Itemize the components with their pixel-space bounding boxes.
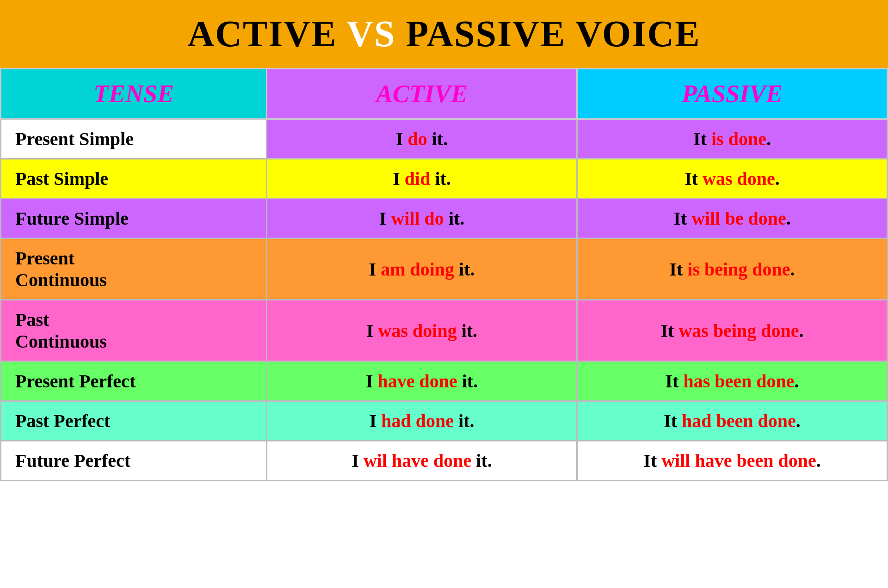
tense-cell-past-continuous: PastContinuous [1,300,267,361]
table-row-future-simple: Future SimpleI will do it.It will be don… [1,199,888,239]
active-cell-future-perfect: I wil have done it. [267,441,577,481]
passive-highlight-present-simple: is done [711,129,766,149]
tense-cell-past-simple: Past Simple [1,159,267,199]
passive-highlight-past-continuous: was being done [678,320,799,341]
active-highlight-future-perfect: wil have done [364,450,471,471]
passive-highlight-present-continuous: is being done [687,259,790,280]
title-passive: PASSIVE VOICE [395,13,700,54]
active-highlight-present-simple: do [408,129,427,149]
table-row-present-simple: Present SimpleI do it.It is done. [1,119,888,159]
header-passive: PASSIVE [577,69,888,119]
table-row-present-continuous: PresentContinuousI am doing it.It is bei… [1,239,888,300]
passive-cell-future-simple: It will be done. [577,199,888,239]
active-highlight-past-simple: did [405,168,431,189]
active-cell-past-perfect: I had done it. [267,401,577,441]
active-cell-present-continuous: I am doing it. [267,239,577,300]
passive-cell-past-simple: It was done. [577,159,888,199]
passive-highlight-past-simple: was done [703,168,775,189]
grammar-table: TENSE ACTIVE PASSIVE Present SimpleI do … [0,68,888,481]
passive-cell-present-perfect: It has been done. [577,361,888,401]
tense-cell-present-continuous: PresentContinuous [1,239,267,300]
table-row-past-continuous: PastContinuousI was doing it.It was bein… [1,300,888,361]
main-title-bar: ACTIVE VS PASSIVE VOICE [0,0,888,68]
table-row-past-simple: Past SimpleI did it.It was done. [1,159,888,199]
tense-cell-present-perfect: Present Perfect [1,361,267,401]
table-row-present-perfect: Present PerfectI have done it.It has bee… [1,361,888,401]
active-highlight-present-continuous: am doing [381,259,454,280]
passive-cell-past-perfect: It had been done. [577,401,888,441]
active-highlight-past-perfect: had done [381,410,454,431]
tense-cell-past-perfect: Past Perfect [1,401,267,441]
page-title: ACTIVE VS PASSIVE VOICE [9,13,879,55]
passive-cell-past-continuous: It was being done. [577,300,888,361]
tense-cell-future-simple: Future Simple [1,199,267,239]
title-vs: VS [346,13,395,54]
active-cell-present-simple: I do it. [267,119,577,159]
table-row-past-perfect: Past PerfectI had done it.It had been do… [1,401,888,441]
passive-cell-future-perfect: It will have been done. [577,441,888,481]
table-header-row: TENSE ACTIVE PASSIVE [1,69,888,119]
table-row-future-perfect: Future PerfectI wil have done it.It will… [1,441,888,481]
active-highlight-future-simple: will do [391,208,444,229]
active-highlight-present-perfect: have done [378,371,457,392]
passive-highlight-future-perfect: will have been done [661,450,816,471]
active-cell-past-simple: I did it. [267,159,577,199]
title-active: ACTIVE [187,13,346,54]
header-tense: TENSE [1,69,267,119]
passive-highlight-future-simple: will be done [691,208,786,229]
active-cell-future-simple: I will do it. [267,199,577,239]
active-cell-past-continuous: I was doing it. [267,300,577,361]
header-active: ACTIVE [267,69,577,119]
passive-highlight-present-perfect: has been done [683,371,794,392]
active-highlight-past-continuous: was doing [378,320,457,341]
passive-cell-present-continuous: It is being done. [577,239,888,300]
passive-cell-present-simple: It is done. [577,119,888,159]
tense-cell-future-perfect: Future Perfect [1,441,267,481]
tense-cell-present-simple: Present Simple [1,119,267,159]
passive-highlight-past-perfect: had been done [682,410,796,431]
active-cell-present-perfect: I have done it. [267,361,577,401]
